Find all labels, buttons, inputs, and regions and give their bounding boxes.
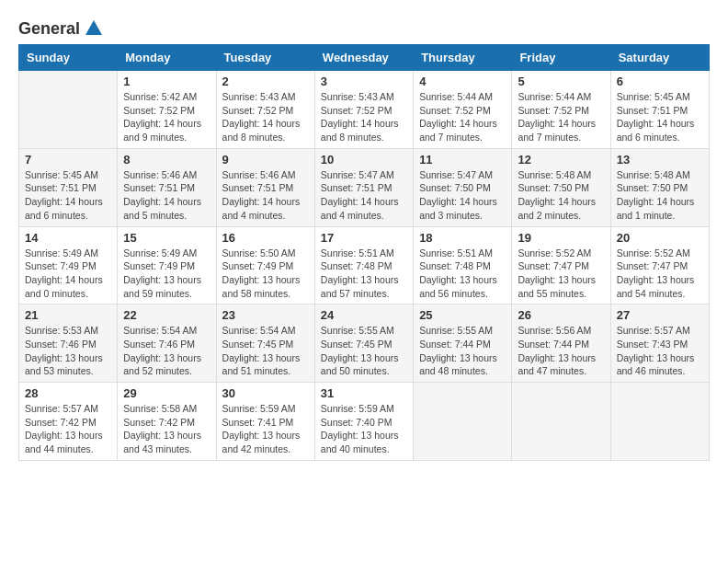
calendar-cell: 16Sunrise: 5:50 AM Sunset: 7:49 PM Dayli… — [216, 226, 314, 304]
day-info: Sunrise: 5:53 AM Sunset: 7:46 PM Dayligh… — [25, 324, 111, 378]
day-number: 30 — [222, 386, 309, 400]
logo-icon — [84, 18, 104, 39]
day-info: Sunrise: 5:59 AM Sunset: 7:41 PM Dayligh… — [222, 402, 309, 456]
calendar-cell: 23Sunrise: 5:54 AM Sunset: 7:45 PM Dayli… — [216, 304, 314, 383]
day-info: Sunrise: 5:46 AM Sunset: 7:51 PM Dayligh… — [123, 168, 210, 223]
day-info: Sunrise: 5:50 AM Sunset: 7:49 PM Dayligh… — [222, 247, 309, 301]
svg-marker-0 — [85, 20, 102, 35]
calendar-cell: 14Sunrise: 5:49 AM Sunset: 7:49 PM Dayli… — [19, 226, 118, 304]
day-number: 8 — [123, 153, 210, 167]
day-number: 6 — [617, 75, 703, 88]
day-number: 25 — [419, 308, 506, 322]
week-row-3: 14Sunrise: 5:49 AM Sunset: 7:49 PM Dayli… — [19, 226, 710, 304]
calendar-cell: 21Sunrise: 5:53 AM Sunset: 7:46 PM Dayli… — [19, 304, 118, 383]
day-number: 14 — [25, 231, 111, 245]
day-number: 18 — [419, 231, 506, 245]
day-number: 4 — [419, 75, 506, 88]
day-info: Sunrise: 5:59 AM Sunset: 7:40 PM Dayligh… — [321, 402, 407, 456]
day-number: 21 — [25, 308, 111, 322]
day-info: Sunrise: 5:44 AM Sunset: 7:52 PM Dayligh… — [419, 90, 506, 144]
day-number: 27 — [617, 308, 703, 322]
day-number: 1 — [123, 75, 210, 88]
week-row-4: 21Sunrise: 5:53 AM Sunset: 7:46 PM Dayli… — [19, 304, 710, 383]
calendar-cell: 2Sunrise: 5:43 AM Sunset: 7:52 PM Daylig… — [216, 71, 314, 149]
calendar-cell — [19, 71, 118, 149]
calendar-cell: 13Sunrise: 5:48 AM Sunset: 7:50 PM Dayli… — [610, 148, 709, 226]
calendar-cell: 19Sunrise: 5:52 AM Sunset: 7:47 PM Dayli… — [512, 226, 610, 304]
day-number: 3 — [321, 75, 407, 88]
page-header: General — [18, 18, 710, 35]
day-number: 2 — [222, 75, 309, 88]
day-number: 15 — [123, 231, 210, 245]
calendar-cell: 15Sunrise: 5:49 AM Sunset: 7:49 PM Dayli… — [118, 226, 216, 304]
day-number: 24 — [321, 308, 407, 322]
day-info: Sunrise: 5:55 AM Sunset: 7:44 PM Dayligh… — [419, 324, 506, 378]
day-number: 10 — [321, 153, 407, 167]
day-number: 26 — [518, 308, 604, 322]
calendar-cell: 25Sunrise: 5:55 AM Sunset: 7:44 PM Dayli… — [414, 304, 512, 383]
day-number: 16 — [222, 231, 309, 245]
logo: General — [18, 18, 104, 35]
week-row-2: 7Sunrise: 5:45 AM Sunset: 7:51 PM Daylig… — [19, 148, 710, 226]
calendar-cell: 1Sunrise: 5:42 AM Sunset: 7:52 PM Daylig… — [118, 71, 216, 149]
day-info: Sunrise: 5:57 AM Sunset: 7:43 PM Dayligh… — [617, 324, 703, 378]
weekday-header-tuesday: Tuesday — [216, 45, 314, 71]
day-info: Sunrise: 5:43 AM Sunset: 7:52 PM Dayligh… — [321, 90, 407, 144]
calendar-cell — [512, 383, 610, 461]
calendar-cell: 24Sunrise: 5:55 AM Sunset: 7:45 PM Dayli… — [314, 304, 413, 383]
day-info: Sunrise: 5:48 AM Sunset: 7:50 PM Dayligh… — [617, 168, 703, 223]
weekday-header-friday: Friday — [512, 45, 610, 71]
weekday-header-monday: Monday — [118, 45, 216, 71]
day-number: 5 — [518, 75, 604, 88]
calendar-cell: 7Sunrise: 5:45 AM Sunset: 7:51 PM Daylig… — [19, 148, 118, 226]
weekday-header-wednesday: Wednesday — [314, 45, 413, 71]
day-number: 31 — [321, 386, 407, 400]
day-info: Sunrise: 5:51 AM Sunset: 7:48 PM Dayligh… — [321, 247, 407, 301]
calendar-cell: 29Sunrise: 5:58 AM Sunset: 7:42 PM Dayli… — [118, 383, 216, 461]
calendar-cell: 31Sunrise: 5:59 AM Sunset: 7:40 PM Dayli… — [314, 383, 413, 461]
day-number: 11 — [419, 153, 506, 167]
day-info: Sunrise: 5:58 AM Sunset: 7:42 PM Dayligh… — [123, 402, 210, 456]
day-number: 23 — [222, 308, 309, 322]
day-info: Sunrise: 5:44 AM Sunset: 7:52 PM Dayligh… — [518, 90, 604, 144]
calendar-cell: 28Sunrise: 5:57 AM Sunset: 7:42 PM Dayli… — [19, 383, 118, 461]
calendar-cell: 6Sunrise: 5:45 AM Sunset: 7:51 PM Daylig… — [610, 71, 709, 149]
day-info: Sunrise: 5:45 AM Sunset: 7:51 PM Dayligh… — [25, 168, 111, 223]
calendar-cell: 30Sunrise: 5:59 AM Sunset: 7:41 PM Dayli… — [216, 383, 314, 461]
calendar-cell: 5Sunrise: 5:44 AM Sunset: 7:52 PM Daylig… — [512, 71, 610, 149]
day-info: Sunrise: 5:55 AM Sunset: 7:45 PM Dayligh… — [321, 324, 407, 378]
day-info: Sunrise: 5:54 AM Sunset: 7:45 PM Dayligh… — [222, 324, 309, 378]
day-info: Sunrise: 5:51 AM Sunset: 7:48 PM Dayligh… — [419, 247, 506, 301]
day-info: Sunrise: 5:45 AM Sunset: 7:51 PM Dayligh… — [617, 90, 703, 144]
calendar-cell: 22Sunrise: 5:54 AM Sunset: 7:46 PM Dayli… — [118, 304, 216, 383]
day-number: 9 — [222, 153, 309, 167]
calendar-cell: 4Sunrise: 5:44 AM Sunset: 7:52 PM Daylig… — [414, 71, 512, 149]
calendar-cell: 27Sunrise: 5:57 AM Sunset: 7:43 PM Dayli… — [610, 304, 709, 383]
calendar-cell — [414, 383, 512, 461]
day-info: Sunrise: 5:42 AM Sunset: 7:52 PM Dayligh… — [123, 90, 210, 144]
calendar-table: SundayMondayTuesdayWednesdayThursdayFrid… — [18, 44, 710, 461]
calendar-cell: 8Sunrise: 5:46 AM Sunset: 7:51 PM Daylig… — [118, 148, 216, 226]
day-number: 19 — [518, 231, 604, 245]
day-number: 17 — [321, 231, 407, 245]
day-number: 20 — [617, 231, 703, 245]
day-number: 22 — [123, 308, 210, 322]
day-number: 29 — [123, 386, 210, 400]
day-number: 13 — [617, 153, 703, 167]
day-info: Sunrise: 5:52 AM Sunset: 7:47 PM Dayligh… — [617, 247, 703, 301]
weekday-header-thursday: Thursday — [414, 45, 512, 71]
calendar-cell: 26Sunrise: 5:56 AM Sunset: 7:44 PM Dayli… — [512, 304, 610, 383]
day-info: Sunrise: 5:56 AM Sunset: 7:44 PM Dayligh… — [518, 324, 604, 378]
day-info: Sunrise: 5:49 AM Sunset: 7:49 PM Dayligh… — [123, 247, 210, 301]
calendar-cell: 11Sunrise: 5:47 AM Sunset: 7:50 PM Dayli… — [414, 148, 512, 226]
logo-general-text: General — [18, 19, 80, 39]
calendar-cell — [610, 383, 709, 461]
weekday-header-saturday: Saturday — [610, 45, 709, 71]
week-row-1: 1Sunrise: 5:42 AM Sunset: 7:52 PM Daylig… — [19, 71, 710, 149]
calendar-cell: 20Sunrise: 5:52 AM Sunset: 7:47 PM Dayli… — [610, 226, 709, 304]
calendar-cell: 17Sunrise: 5:51 AM Sunset: 7:48 PM Dayli… — [314, 226, 413, 304]
day-info: Sunrise: 5:52 AM Sunset: 7:47 PM Dayligh… — [518, 247, 604, 301]
day-info: Sunrise: 5:47 AM Sunset: 7:50 PM Dayligh… — [419, 168, 506, 223]
calendar-cell: 12Sunrise: 5:48 AM Sunset: 7:50 PM Dayli… — [512, 148, 610, 226]
day-info: Sunrise: 5:46 AM Sunset: 7:51 PM Dayligh… — [222, 168, 309, 223]
